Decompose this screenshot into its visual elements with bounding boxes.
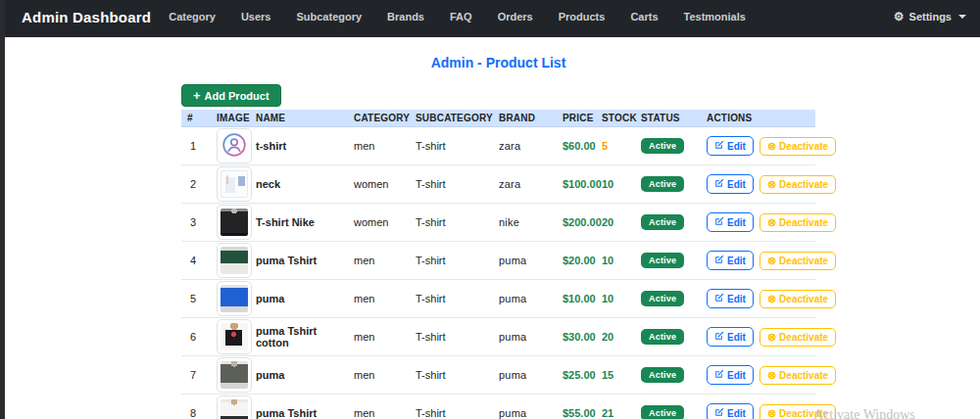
column-header-subcategory: SUBCATEGORY [410,113,493,123]
status-badge: Active [641,214,684,230]
deactivate-button[interactable]: ⊗Deactivate [760,213,836,232]
product-brand: puma [493,293,539,304]
product-subcategory: T-shirt [410,178,493,190]
nav-item-category[interactable]: Category [169,11,216,23]
row-number: 2 [181,178,211,190]
product-category: women [348,178,410,190]
actions-cell: Edit⊗Deactivate [701,136,836,156]
product-table: #IMAGENAMECATEGORYSUBCATEGORYBRANDPRICES… [181,110,815,419]
product-thumbnail [217,205,252,240]
row-number: 5 [181,293,211,304]
product-brand: puma [493,331,539,343]
product-category: men [348,407,410,419]
actions-cell: Edit⊗Deactivate [701,327,836,347]
nav-item-users[interactable]: Users [241,11,271,23]
avatar-gradient-icon [221,132,247,160]
product-stock: 10 [596,293,635,304]
deactivate-button[interactable]: ⊗Deactivate [760,175,836,194]
nav-item-faq[interactable]: FAQ [450,11,472,23]
table-row: 8puma TshirtmenT-shirtpuma$55.0021Active… [181,395,815,419]
deactivate-button[interactable]: ⊗Deactivate [760,252,836,270]
nav-item-testmonials[interactable]: Testmonials [684,11,746,23]
nav-item-brands[interactable]: Brands [387,11,424,23]
status-cell: Active [635,214,701,230]
x-circle-icon: ⊗ [767,294,776,304]
status-cell: Active [635,405,701,419]
pencil-sketch-thumbnail [220,170,248,198]
edit-button[interactable]: Edit [707,251,754,270]
nav-links: CategoryUsersSubcategoryBrandsFAQOrdersP… [169,11,894,23]
column-header-price: PRICE [557,113,596,123]
pencil-square-icon [714,331,724,343]
brand-title[interactable]: Admin Dashboard [22,9,151,25]
edit-button[interactable]: Edit [707,327,754,347]
edit-button[interactable]: Edit [707,212,754,232]
pencil-square-icon [714,407,724,419]
nav-item-subcategory[interactable]: Subcategory [296,11,362,23]
status-cell: Active [635,176,701,192]
window-left-edge [0,0,5,419]
row-number: 6 [181,331,211,343]
actions-cell: Edit⊗Deactivate [701,289,836,308]
column-header-actions: ACTIONS [701,113,815,123]
deactivate-button[interactable]: ⊗Deactivate [760,366,836,385]
add-product-button[interactable]: + Add Product [181,84,281,107]
image-cell [211,166,250,202]
black-tshirt-thumbnail [220,323,248,350]
column-header-name: NAME [250,113,348,123]
row-number: 8 [181,407,211,419]
nav-item-products[interactable]: Products [559,11,606,23]
x-circle-icon: ⊗ [767,217,776,228]
product-brand: nike [493,216,539,228]
product-subcategory: T-shirt [410,255,493,266]
activate-windows-watermark: Activate Windows [813,407,915,419]
status-badge: Active [641,253,684,268]
product-name: puma Tshirt cotton [250,325,348,349]
nav-item-carts[interactable]: Carts [630,11,658,23]
product-subcategory: T-shirt [410,369,493,381]
deactivate-button[interactable]: ⊗Deactivate [760,290,836,308]
product-thumbnail [217,166,252,202]
product-thumbnail [217,396,252,419]
product-category: women [348,216,410,228]
x-circle-icon: ⊗ [767,370,776,381]
edit-button[interactable]: Edit [707,403,754,419]
product-subcategory: T-shirt [410,293,493,304]
product-category: men [348,331,410,343]
edit-button[interactable]: Edit [707,136,754,156]
edit-label: Edit [727,141,746,152]
product-stock: 15 [596,369,635,381]
product-name: T-shirt Nike [250,216,348,228]
product-name: puma Tshirt [250,407,348,419]
pencil-square-icon [714,255,724,266]
navbar: Admin Dashboard CategoryUsersSubcategory… [0,0,980,37]
x-circle-icon: ⊗ [767,332,776,343]
column-header-stock: STOCK [596,113,635,123]
status-badge: Active [641,138,684,154]
chevron-down-icon [958,15,966,19]
settings-menu[interactable]: ⚙ Settings [894,11,966,23]
product-subcategory: T-shirt [410,331,493,343]
edit-label: Edit [727,179,746,190]
product-price: $100.00 [557,178,596,190]
nav-item-orders[interactable]: Orders [498,11,533,23]
deactivate-button[interactable]: ⊗Deactivate [760,137,836,156]
actions-cell: Edit⊗Deactivate [701,212,836,232]
add-product-label: Add Product [205,90,270,102]
deactivate-label: Deactivate [779,256,828,266]
image-cell [211,281,250,316]
column-header-num: # [181,113,211,123]
deactivate-button[interactable]: ⊗Deactivate [760,328,836,347]
product-name: neck [250,178,348,190]
x-circle-icon: ⊗ [767,179,776,190]
status-badge: Active [641,291,684,306]
edit-button[interactable]: Edit [707,365,754,385]
edit-label: Edit [727,332,746,343]
gray-hoodie-thumbnail [220,361,248,389]
image-cell [211,243,250,278]
status-badge: Active [641,405,684,419]
image-cell [211,396,250,419]
edit-button[interactable]: Edit [707,174,754,194]
plus-icon: + [193,89,201,102]
edit-button[interactable]: Edit [707,289,754,308]
